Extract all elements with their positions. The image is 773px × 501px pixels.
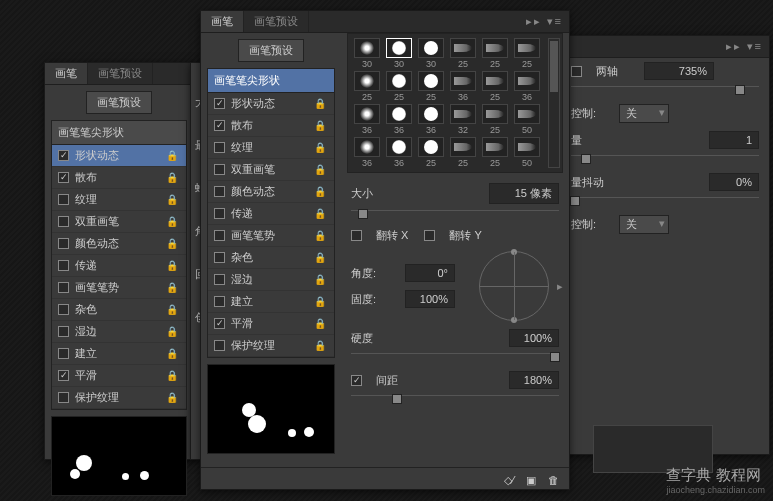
swatch-scrollbar[interactable] [548, 38, 560, 168]
option-check[interactable] [58, 348, 69, 359]
size-value[interactable]: 15 像素 [489, 183, 559, 204]
lock-icon[interactable]: 🔒 [166, 260, 180, 271]
panel-menu-icon-main[interactable]: ▸▸ ▾≡ [520, 15, 569, 28]
lock-icon[interactable]: 🔒 [166, 194, 180, 205]
option-check[interactable] [214, 208, 225, 219]
brush-swatch[interactable] [418, 137, 444, 157]
jitter-value[interactable]: 0% [709, 173, 759, 191]
new-icon[interactable]: ▣ [526, 474, 536, 487]
option-5[interactable]: 传递🔒 [208, 203, 334, 225]
lock-icon[interactable]: 🔒 [166, 216, 180, 227]
option-check[interactable] [214, 296, 225, 307]
option-check[interactable] [214, 318, 225, 329]
preset-btn-back[interactable]: 画笔预设 [86, 91, 152, 114]
option-10[interactable]: 平滑🔒 [208, 313, 334, 335]
spacing-check[interactable] [351, 375, 362, 386]
lock-icon[interactable]: 🔒 [314, 142, 328, 153]
option-check[interactable] [214, 98, 225, 109]
option-check[interactable] [214, 186, 225, 197]
option-7[interactable]: 杂色🔒 [52, 299, 186, 321]
brush-swatch[interactable] [354, 71, 380, 91]
option-check[interactable] [58, 282, 69, 293]
option-check[interactable] [214, 252, 225, 263]
lock-icon[interactable]: 🔒 [314, 164, 328, 175]
option-8[interactable]: 湿边🔒 [208, 269, 334, 291]
option-1[interactable]: 散布🔒 [52, 167, 186, 189]
size-slider[interactable] [351, 210, 559, 222]
option-check[interactable] [214, 274, 225, 285]
option-2[interactable]: 纹理🔒 [52, 189, 186, 211]
jitter-slider[interactable] [571, 197, 759, 209]
lock-icon[interactable]: 🔒 [314, 340, 328, 351]
spacing-value[interactable]: 180% [509, 371, 559, 389]
tab-brush-main[interactable]: 画笔 [201, 11, 244, 32]
brush-swatch[interactable] [386, 137, 412, 157]
brush-swatch[interactable] [450, 104, 476, 124]
option-check[interactable] [214, 164, 225, 175]
lock-icon[interactable]: 🔒 [166, 238, 180, 249]
lock-icon[interactable]: 🔒 [166, 348, 180, 359]
brush-swatch[interactable] [418, 38, 444, 58]
hardness-value[interactable]: 100% [509, 329, 559, 347]
option-check[interactable] [58, 392, 69, 403]
option-11[interactable]: 保护纹理🔒 [52, 387, 186, 409]
option-3[interactable]: 双重画笔🔒 [52, 211, 186, 233]
option-7[interactable]: 杂色🔒 [208, 247, 334, 269]
option-8[interactable]: 湿边🔒 [52, 321, 186, 343]
option-3[interactable]: 双重画笔🔒 [208, 159, 334, 181]
option-2[interactable]: 纹理🔒 [208, 137, 334, 159]
panel-menu-icon[interactable]: ▸▸ ▾≡ [720, 40, 769, 53]
option-5[interactable]: 传递🔒 [52, 255, 186, 277]
dualaxis-check[interactable] [571, 66, 582, 77]
brush-swatch[interactable] [354, 104, 380, 124]
lock-icon[interactable]: 🔒 [166, 326, 180, 337]
angle-widget[interactable] [479, 251, 549, 321]
tab-presets[interactable]: 画笔预设 [88, 63, 153, 84]
lock-icon[interactable]: 🔒 [314, 274, 328, 285]
option-9[interactable]: 建立🔒 [208, 291, 334, 313]
flipy-check[interactable] [424, 230, 435, 241]
lock-icon[interactable]: 🔒 [314, 120, 328, 131]
option-1[interactable]: 散布🔒 [208, 115, 334, 137]
lock-icon[interactable]: 🔒 [166, 282, 180, 293]
option-check[interactable] [58, 260, 69, 271]
option-11[interactable]: 保护纹理🔒 [208, 335, 334, 357]
option-check[interactable] [214, 142, 225, 153]
trash-icon[interactable]: 🗑 [548, 474, 559, 487]
option-check[interactable] [58, 304, 69, 315]
option-check[interactable] [58, 238, 69, 249]
brush-swatch[interactable] [354, 38, 380, 58]
brush-swatch[interactable] [482, 104, 508, 124]
dualaxis-slider[interactable] [571, 86, 759, 98]
brush-swatch[interactable] [514, 137, 540, 157]
lock-icon[interactable]: 🔒 [314, 252, 328, 263]
option-check[interactable] [214, 120, 225, 131]
toggle-icon[interactable]: ◇⁄ [504, 474, 514, 487]
lock-icon[interactable]: 🔒 [314, 208, 328, 219]
option-check[interactable] [58, 150, 69, 161]
lock-icon[interactable]: 🔒 [314, 318, 328, 329]
tab-presets-main[interactable]: 画笔预设 [244, 11, 309, 32]
lock-icon[interactable]: 🔒 [166, 392, 180, 403]
brush-swatch[interactable] [482, 137, 508, 157]
lock-icon[interactable]: 🔒 [166, 172, 180, 183]
tip-shape-hdr-main[interactable]: 画笔笔尖形状 [208, 69, 334, 93]
lock-icon[interactable]: 🔒 [314, 296, 328, 307]
option-check[interactable] [58, 194, 69, 205]
flipx-check[interactable] [351, 230, 362, 241]
brush-swatch[interactable] [514, 38, 540, 58]
option-6[interactable]: 画笔笔势🔒 [52, 277, 186, 299]
lock-icon[interactable]: 🔒 [166, 304, 180, 315]
option-4[interactable]: 颜色动态🔒 [208, 181, 334, 203]
lock-icon[interactable]: 🔒 [314, 230, 328, 241]
option-0[interactable]: 形状动态🔒 [208, 93, 334, 115]
option-check[interactable] [214, 230, 225, 241]
amount-slider[interactable] [571, 155, 759, 167]
lock-icon[interactable]: 🔒 [166, 150, 180, 161]
brush-swatch[interactable] [450, 38, 476, 58]
tab-brush[interactable]: 画笔 [45, 63, 88, 84]
spacing-slider[interactable] [351, 395, 559, 407]
tip-shape-hdr-back[interactable]: 画笔笔尖形状 [52, 121, 186, 145]
brush-swatch[interactable] [354, 137, 380, 157]
brush-swatch[interactable] [418, 104, 444, 124]
